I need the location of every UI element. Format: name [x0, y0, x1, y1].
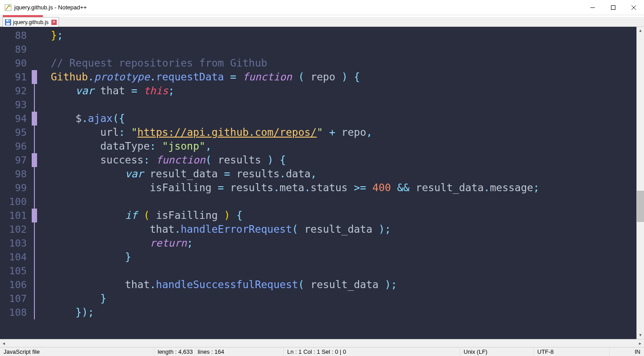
fold-marker[interactable] — [32, 153, 37, 167]
line-number: 93 — [0, 98, 27, 112]
code-line[interactable]: url: "https://api.github.com/repos/" + r… — [38, 126, 636, 139]
code-line[interactable]: $.ajax({ — [38, 112, 636, 126]
window-titlebar: jquery.github.js - Notepad++ — [0, 0, 644, 15]
line-number: 94 — [0, 112, 27, 126]
code-line[interactable]: return; — [38, 236, 636, 250]
line-number: 90 — [0, 56, 27, 70]
line-number: 103 — [0, 236, 27, 250]
close-button[interactable] — [623, 0, 644, 15]
status-bar: JavaScript file length : 4,633 lines : 1… — [0, 347, 644, 356]
svg-rect-7 — [6, 23, 10, 25]
code-line[interactable]: } — [38, 292, 636, 306]
code-line[interactable]: that.handleSuccessfulRequest( result_dat… — [38, 278, 636, 292]
code-line[interactable]: that.handleErrorRequest( result_data ); — [38, 222, 636, 236]
code-area[interactable]: }; // Request repositories from Github G… — [38, 27, 636, 339]
line-number: 104 — [0, 250, 27, 264]
status-insert-mode: IN — [610, 348, 644, 356]
code-line[interactable] — [38, 98, 636, 112]
scroll-thumb[interactable] — [637, 191, 644, 222]
code-line[interactable] — [38, 195, 636, 209]
tab-bar: jquery.github.js ✕ — [0, 17, 644, 27]
line-number: 105 — [0, 264, 27, 278]
line-number: 101 — [0, 209, 27, 222]
editor[interactable]: 8889909192939495969798991001011021031041… — [0, 27, 644, 339]
line-number: 97 — [0, 153, 27, 167]
code-line[interactable]: // Request repositories from Github — [38, 56, 636, 70]
code-line[interactable]: success: function( results ) { — [38, 153, 636, 167]
fold-marker[interactable] — [32, 70, 37, 84]
line-number: 89 — [0, 42, 27, 56]
fold-marker[interactable] — [32, 112, 37, 126]
status-eol: Unix (LF) — [460, 348, 534, 356]
maximize-button[interactable] — [603, 0, 623, 15]
vertical-scrollbar[interactable]: ▲ ▼ — [636, 27, 644, 339]
svg-rect-8 — [8, 20, 9, 21]
line-number: 102 — [0, 222, 27, 236]
fold-marker[interactable] — [32, 209, 37, 222]
tab-close-icon[interactable]: ✕ — [51, 20, 57, 25]
save-icon — [5, 19, 11, 25]
line-number: 96 — [0, 139, 27, 153]
scroll-up-arrow[interactable]: ▲ — [637, 27, 644, 34]
svg-rect-2 — [611, 5, 615, 9]
line-number: 108 — [0, 306, 27, 319]
fold-column[interactable] — [30, 27, 38, 339]
horizontal-scrollbar[interactable]: ◄ ► — [0, 339, 644, 347]
app-icon — [4, 4, 12, 11]
status-encoding: UTF-8 — [534, 348, 610, 356]
code-line[interactable]: if ( isFailling ) { — [38, 209, 636, 222]
status-length: length : 4,633 lines : 164 — [154, 348, 284, 356]
status-filetype: JavaScript file — [0, 348, 154, 356]
code-line[interactable] — [38, 42, 636, 56]
tab-label: jquery.github.js — [13, 19, 49, 25]
minimize-button[interactable] — [582, 0, 603, 15]
code-line[interactable]: Github.prototype.requestData = function … — [38, 70, 636, 84]
status-position: Ln : 1 Col : 1 Sel : 0 | 0 — [284, 348, 460, 356]
line-number-gutter: 8889909192939495969798991001011021031041… — [0, 27, 30, 339]
code-line[interactable]: var result_data = results.data, — [38, 167, 636, 181]
line-number: 98 — [0, 167, 27, 181]
line-number: 91 — [0, 70, 27, 84]
hscroll-track[interactable] — [8, 339, 636, 347]
window-title: jquery.github.js - Notepad++ — [14, 4, 87, 11]
line-number: 100 — [0, 195, 27, 209]
line-number: 95 — [0, 126, 27, 139]
line-number: 92 — [0, 84, 27, 98]
line-number: 88 — [0, 29, 27, 42]
code-line[interactable]: } — [38, 250, 636, 264]
line-number: 106 — [0, 278, 27, 292]
line-number: 107 — [0, 292, 27, 306]
code-line[interactable] — [38, 264, 636, 278]
code-line[interactable]: dataType: "jsonp", — [38, 139, 636, 153]
code-line[interactable]: var that = this; — [38, 84, 636, 98]
scroll-down-arrow[interactable]: ▼ — [637, 331, 644, 339]
code-line[interactable]: }; — [38, 29, 636, 42]
scroll-track[interactable] — [637, 34, 644, 331]
code-line[interactable]: isFailling = results.meta.status >= 400 … — [38, 181, 636, 195]
code-line[interactable]: }); — [38, 306, 636, 319]
scroll-left-arrow[interactable]: ◄ — [0, 339, 8, 347]
line-number: 99 — [0, 181, 27, 195]
file-tab[interactable]: jquery.github.js ✕ — [3, 17, 59, 27]
